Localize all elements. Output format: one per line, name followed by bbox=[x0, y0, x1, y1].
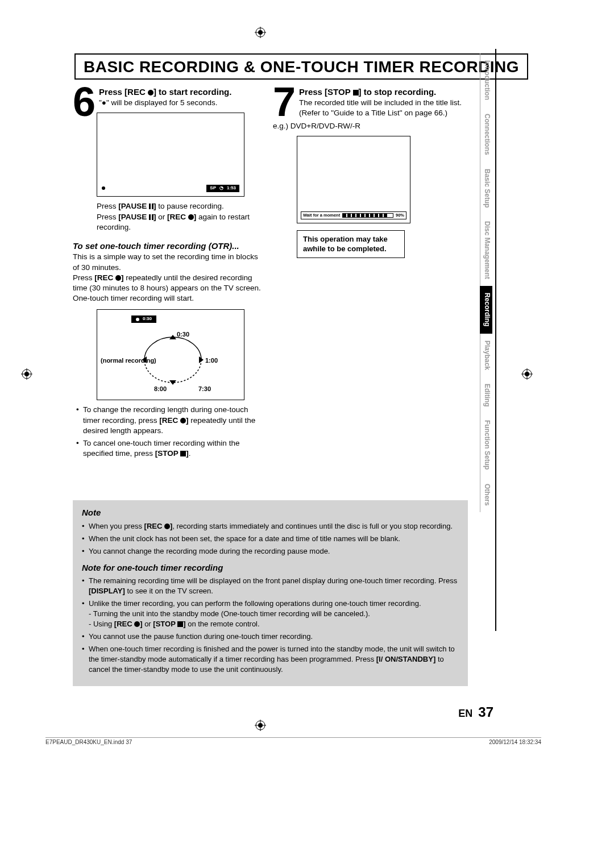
otr-cycle-diagram: 0:30 0:30 (normal recording) 1:00 8:00 7… bbox=[97, 309, 244, 400]
otr-p2: Press [REC ] repeatedly until the desire… bbox=[73, 273, 266, 304]
footer-date: 2009/12/14 18:32:34 bbox=[489, 739, 541, 745]
sub-note-2: Unlike the timer recording, you can perf… bbox=[82, 599, 459, 629]
step-6: 6 Press [REC ] to start recording. "●" w… bbox=[73, 86, 266, 108]
otr-bullet-1: To change the recording length during on… bbox=[76, 405, 266, 436]
registration-mark-icon bbox=[255, 720, 266, 731]
left-column: 6 Press [REC ] to start recording. "●" w… bbox=[73, 86, 266, 462]
warning-box: This operation may take awhile to be com… bbox=[297, 230, 405, 258]
note-panel: Note When you press [REC ], recording st… bbox=[73, 500, 468, 686]
right-column: 7 Press [STOP ] to stop recording. The r… bbox=[273, 86, 466, 258]
step-7: 7 Press [STOP ] to stop recording. The r… bbox=[273, 86, 466, 131]
pause-icon bbox=[149, 203, 154, 209]
sub-note-3: You cannot use the pause function during… bbox=[82, 632, 459, 642]
tab-basic-setup: Basic Setup bbox=[480, 162, 492, 215]
label-030: 0:30 bbox=[177, 330, 189, 339]
pause-icon bbox=[149, 214, 154, 220]
step-7-l3: e.g.) DVD+R/DVD-RW/-R bbox=[273, 121, 466, 131]
record-icon bbox=[180, 418, 186, 423]
stop-icon bbox=[353, 90, 359, 95]
label-730: 7:30 bbox=[198, 385, 211, 393]
footer-file: E7PEAUD_DR430KU_EN.indd 37 bbox=[45, 739, 132, 745]
note-1: When you press [REC ], recording starts … bbox=[82, 521, 459, 531]
otr-mini-time: 0:30 bbox=[143, 316, 152, 322]
page-num-value: 37 bbox=[478, 704, 493, 720]
stop-icon bbox=[177, 621, 183, 627]
page-title: BASIC RECORDING & ONE-TOUCH TIMER RECORD… bbox=[74, 53, 528, 80]
tab-others: Others bbox=[480, 477, 492, 513]
sub-note-1: The remaining recording time will be dis… bbox=[82, 576, 459, 596]
label-800: 8:00 bbox=[154, 385, 167, 393]
progress-bar bbox=[342, 213, 393, 218]
progress-label: Wait for a moment bbox=[303, 213, 340, 218]
otr-bullets: To change the recording length during on… bbox=[73, 405, 266, 459]
stop-icon bbox=[180, 451, 186, 456]
tv-screen-illustration: SP ◔ 1:53 bbox=[97, 113, 244, 197]
step-7-l1: The recorded title will be included in t… bbox=[273, 98, 466, 108]
tab-playback: Playback bbox=[480, 334, 492, 377]
page-divider bbox=[495, 49, 496, 631]
registration-mark-icon bbox=[255, 27, 266, 38]
mode-label: SP bbox=[210, 185, 216, 192]
tab-disc-management: Disc Management bbox=[480, 214, 492, 286]
record-dot-icon bbox=[136, 318, 139, 321]
elapsed-time: 1:53 bbox=[227, 185, 236, 192]
tab-connections: Connections bbox=[480, 107, 492, 162]
tab-introduction: Introduction bbox=[480, 53, 492, 107]
label-100: 1:00 bbox=[205, 356, 218, 365]
note-2: When the unit clock has not been set, th… bbox=[82, 534, 459, 544]
label-normal: (normal recording) bbox=[101, 356, 156, 365]
step-number: 6 bbox=[73, 86, 96, 117]
record-dot-icon bbox=[102, 186, 105, 190]
note-heading: Note bbox=[82, 507, 459, 519]
registration-mark-icon bbox=[21, 368, 32, 380]
sub-note-heading: Note for one-touch timer recording bbox=[82, 562, 459, 574]
sub-note-4: When one-touch timer recording is finish… bbox=[82, 644, 459, 675]
footer: E7PEAUD_DR430KU_EN.indd 37 2009/12/14 18… bbox=[45, 737, 541, 745]
progress-screen-illustration: Wait for a moment 90% bbox=[297, 136, 410, 223]
progress-pct: 90% bbox=[396, 213, 404, 218]
record-icon bbox=[134, 621, 140, 627]
record-icon bbox=[148, 90, 154, 95]
tab-editing: Editing bbox=[480, 377, 492, 414]
pause-instruction: Press [PAUSE ] to pause recording. Press… bbox=[97, 201, 266, 232]
step-6-sub: "●" will be displayed for 5 seconds. bbox=[73, 98, 266, 108]
otr-bullet-2: To cancel one-touch timer recording with… bbox=[76, 438, 266, 459]
record-icon bbox=[164, 524, 170, 529]
otr-p1: This is a simple way to set the recordin… bbox=[73, 252, 266, 272]
tab-recording: Recording bbox=[480, 286, 492, 333]
registration-mark-icon bbox=[521, 368, 533, 380]
page-number: EN37 bbox=[458, 704, 493, 720]
step-6-title: Press [REC ] to start recording. bbox=[73, 86, 266, 98]
record-icon bbox=[115, 275, 121, 281]
otr-heading: To set one-touch timer recording (OTR)..… bbox=[73, 240, 266, 252]
record-icon bbox=[188, 214, 194, 220]
section-tabs: Introduction Connections Basic Setup Dis… bbox=[480, 53, 492, 512]
note-3: You cannot change the recording mode dur… bbox=[82, 546, 459, 556]
step-7-title: Press [STOP ] to stop recording. bbox=[273, 86, 466, 98]
disc-icon: ◔ bbox=[219, 185, 223, 192]
tab-function-setup: Function Setup bbox=[480, 413, 492, 476]
step-number: 7 bbox=[273, 86, 296, 117]
page-lang: EN bbox=[458, 708, 472, 719]
step-7-l2: (Refer to "Guide to a Title List" on pag… bbox=[273, 108, 466, 118]
